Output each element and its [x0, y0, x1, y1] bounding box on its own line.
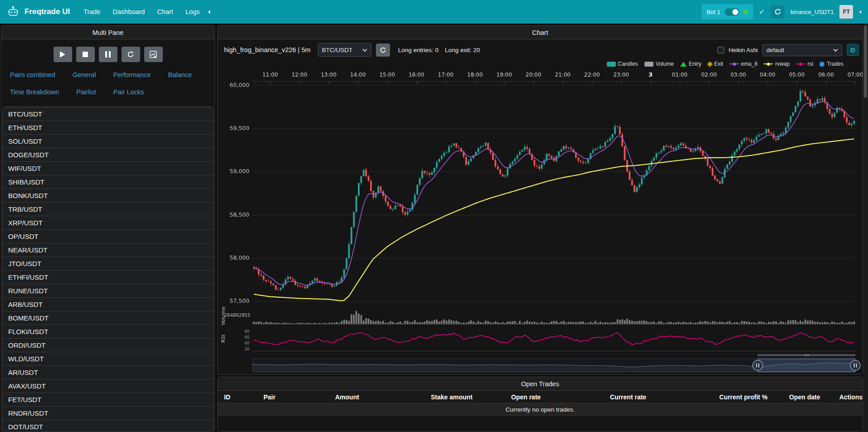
- freqtrade-robot-logo-icon: [6, 5, 20, 19]
- freqtrade-app: Freqtrade UI TradeDashboardChartLogs ◐ B…: [0, 0, 868, 432]
- pair-list-item[interactable]: ETHFI/USDT: [3, 270, 213, 284]
- legend-rsi[interactable]: rsi: [796, 61, 813, 67]
- pair-list-item[interactable]: WIF/USDT: [3, 161, 213, 175]
- pause-icon: [105, 51, 111, 58]
- pair-list-item[interactable]: JTO/USDT: [3, 257, 213, 270]
- chevron-down-icon: [833, 49, 838, 52]
- chart-refresh-button[interactable]: [376, 44, 390, 57]
- multi-pane-title: Multi Pane: [1, 26, 215, 39]
- multi-pane-tab[interactable]: Pairlist: [71, 86, 101, 98]
- legend-rvwap[interactable]: rvwap: [764, 61, 790, 67]
- multi-pane-tab[interactable]: Performance: [108, 68, 156, 81]
- global-refresh-button[interactable]: [770, 5, 785, 19]
- open-trades-column-header: Actions: [833, 393, 863, 401]
- theme-toggle-icon[interactable]: ◐: [208, 8, 212, 16]
- heikin-ashi-checkbox[interactable]: [717, 47, 724, 53]
- chart-legend: CandlesVolumeEntryExitema_8rvwaprsiTrade…: [607, 59, 844, 68]
- legend-trades[interactable]: Trades: [819, 61, 844, 67]
- multi-pane-tab[interactable]: General: [68, 68, 101, 81]
- chart-remove-button[interactable]: [144, 47, 163, 62]
- pair-list-item[interactable]: DOGE/USDT: [3, 148, 213, 161]
- app-title: Freqtrade UI: [24, 7, 70, 16]
- plot-settings-button[interactable]: ⚙: [847, 44, 859, 56]
- open-trades-header-row: IDPairAmountStake amountOpen rateCurrent…: [218, 391, 863, 403]
- multi-pane-tab[interactable]: Pair Locks: [108, 86, 149, 98]
- plot-config-select[interactable]: default: [762, 44, 842, 56]
- multi-pane-tab[interactable]: Balance: [163, 68, 197, 81]
- pair-list-item[interactable]: AR/USDT: [3, 365, 213, 379]
- volume-legend-marker-icon: [644, 62, 653, 67]
- pair-list-item[interactable]: TRB/USDT: [3, 202, 213, 216]
- nav-link[interactable]: Chart: [157, 8, 173, 15]
- pair-list-item[interactable]: WLD/USDT: [3, 352, 213, 365]
- long-exits-label: Long exit: 20: [445, 47, 480, 53]
- open-trades-column-header: ID: [218, 393, 257, 401]
- exit-legend-marker-icon: [707, 61, 713, 67]
- user-menu-caret-icon[interactable]: ▾: [859, 9, 862, 15]
- pair-list-item[interactable]: XRP/USDT: [3, 216, 213, 229]
- page-scrollbar-thumb[interactable]: [864, 25, 867, 98]
- bot-login-label: binance_USDT1: [790, 9, 834, 15]
- rvwap-legend-marker-icon: [764, 63, 773, 64]
- open-trades-column-header: Pair: [257, 393, 329, 401]
- pair-select[interactable]: BTC/USDT: [318, 43, 371, 57]
- pair-list-item[interactable]: BTC/USDT: [3, 107, 213, 121]
- bot-toggle[interactable]: [725, 8, 739, 16]
- chart-toolbar: high_frog_binance_v226 | 5m BTC/USDT Lon…: [218, 42, 863, 58]
- rsi-legend-marker-icon: [796, 63, 805, 64]
- chart-toolbar-right: Heikin Ashi default ⚙: [717, 44, 859, 56]
- pair-list-item[interactable]: FET/USDT: [3, 393, 213, 406]
- entry-legend-marker-icon: [680, 62, 687, 67]
- pair-list-item[interactable]: ARB/USDT: [3, 297, 213, 311]
- legend-label: Volume: [656, 61, 674, 67]
- bot-selector[interactable]: Bot 1: [702, 4, 753, 19]
- legend-label: rsi: [807, 61, 813, 67]
- top-navbar: Freqtrade UI TradeDashboardChartLogs ◐ B…: [0, 0, 868, 24]
- legend-candles[interactable]: Candles: [607, 61, 638, 67]
- bot-name: Bot 1: [707, 9, 720, 15]
- pair-select-value: BTC/USDT: [322, 47, 353, 53]
- trades-legend-marker-icon: [819, 62, 824, 67]
- pair-list-item[interactable]: RNDR/USDT: [3, 406, 213, 420]
- navbar-right: Bot 1 ✓ binance_USDT1 FT ▾: [702, 4, 862, 19]
- legend-entry[interactable]: Entry: [680, 61, 702, 67]
- plot-config-value: default: [766, 47, 784, 53]
- pair-list-item[interactable]: RUNE/USDT: [3, 284, 213, 297]
- pair-list-item[interactable]: BOME/USDT: [3, 311, 213, 325]
- reload-config-button[interactable]: [122, 47, 140, 62]
- pair-list-item[interactable]: AVAX/USDT: [3, 379, 213, 393]
- start-bot-button[interactable]: [54, 47, 72, 62]
- multi-pane-tabs: Pairs combinedGeneralPerformanceBalanceT…: [1, 68, 215, 98]
- nav-link[interactable]: Trade: [83, 8, 100, 15]
- legend-label: Entry: [689, 61, 702, 67]
- bot-ok-check-icon: ✓: [759, 8, 765, 16]
- open-trades-column-header: Open date: [783, 393, 833, 401]
- multi-pane-tab[interactable]: Pairs combined: [5, 68, 60, 81]
- multi-pane-tab[interactable]: Time Breakdown: [5, 86, 64, 98]
- legend-label: ema_8: [741, 61, 758, 67]
- pair-list-item[interactable]: NEAR/USDT: [3, 243, 213, 257]
- open-trades-column-header: Current profit %: [713, 393, 783, 401]
- user-avatar[interactable]: FT: [839, 5, 853, 19]
- nav-link[interactable]: Dashboard: [112, 8, 145, 15]
- price-chart-canvas[interactable]: [218, 69, 863, 375]
- multi-pane-panel: Multi Pane Pairs combinedGeneralPerforma…: [1, 25, 215, 432]
- pair-list-item[interactable]: SHIB/USDT: [3, 175, 213, 189]
- legend-exit[interactable]: Exit: [708, 61, 723, 67]
- candles-legend-marker-icon: [607, 62, 616, 67]
- legend-ema_8[interactable]: ema_8: [730, 61, 758, 67]
- pair-list-item[interactable]: SOL/USDT: [3, 134, 213, 148]
- nav-link[interactable]: Logs: [185, 8, 200, 15]
- pair-list-item[interactable]: OP/USDT: [3, 229, 213, 243]
- page-scrollbar[interactable]: [863, 24, 868, 432]
- stop-bot-button[interactable]: [76, 47, 95, 62]
- pause-bot-button[interactable]: [99, 47, 117, 62]
- pair-list-item[interactable]: ETH/USDT: [3, 121, 213, 134]
- legend-volume[interactable]: Volume: [644, 61, 674, 67]
- pair-list-item[interactable]: FLOKI/USDT: [3, 325, 213, 338]
- pair-list-item[interactable]: ORDI/USDT: [3, 338, 213, 352]
- pair-list-item[interactable]: DOT/USDT: [3, 420, 213, 432]
- chevron-down-icon: [362, 49, 367, 52]
- open-trades-column-header: Stake amount: [424, 393, 505, 401]
- pair-list-item[interactable]: BONK/USDT: [3, 189, 213, 202]
